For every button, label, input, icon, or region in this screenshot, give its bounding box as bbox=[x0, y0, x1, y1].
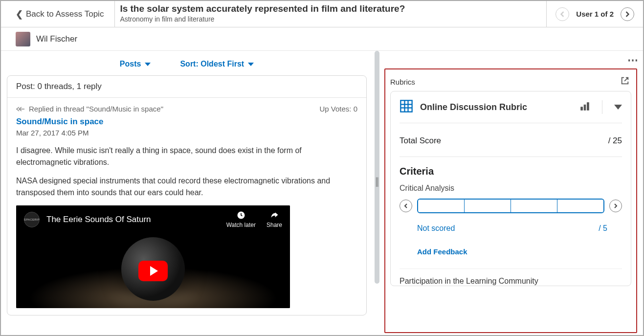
popout-icon bbox=[621, 76, 629, 85]
user-name: Wil Fischer bbox=[36, 34, 77, 44]
score-selector-row bbox=[400, 199, 622, 213]
criterion-score-line: Not scored / 5 bbox=[400, 224, 622, 233]
divider bbox=[602, 100, 602, 114]
user-row: Wil Fischer bbox=[1, 27, 643, 51]
rubric-card: Online Discussion Rubric Total Score / 2… bbox=[390, 91, 631, 286]
sort-label: Sort: Oldest First bbox=[180, 60, 244, 68]
split-layout: Posts Sort: Oldest First Post: 0 threads… bbox=[1, 51, 643, 335]
prev-level-button[interactable] bbox=[400, 200, 412, 212]
post-paragraph: I disagree. While music isn't really a t… bbox=[16, 145, 357, 168]
rubrics-panel: Rubrics Online Discussion Rubric bbox=[384, 68, 637, 333]
total-score-value: / 25 bbox=[608, 136, 622, 146]
chevron-down-icon bbox=[145, 63, 151, 66]
embedded-video[interactable]: SPACERIP The Eerie Sounds Of Saturn Watc… bbox=[16, 205, 290, 308]
topic-subtitle: Astronomy in film and literature bbox=[120, 15, 541, 23]
not-scored-label[interactable]: Not scored bbox=[417, 224, 455, 233]
rubric-grid-icon bbox=[400, 99, 413, 115]
share-button[interactable]: Share bbox=[266, 210, 282, 228]
play-button[interactable] bbox=[138, 261, 168, 281]
watch-later-button[interactable]: Watch later bbox=[226, 210, 256, 228]
clock-icon bbox=[236, 210, 246, 220]
share-icon bbox=[269, 210, 279, 220]
posts-filter-dropdown[interactable]: Posts bbox=[120, 60, 151, 68]
posts-filter-label: Posts bbox=[120, 60, 141, 68]
user-nav-label: User 1 of 2 bbox=[576, 10, 614, 18]
drag-handle-icon: ║ bbox=[373, 173, 381, 191]
post-body: Replied in thread "Sound/Music in space"… bbox=[7, 98, 366, 315]
svg-rect-1 bbox=[400, 100, 412, 112]
reply-thread-indicator: Replied in thread "Sound/Music in space" bbox=[16, 105, 163, 113]
reply-icon bbox=[16, 106, 26, 112]
chevron-left-icon: ❮ bbox=[16, 9, 23, 20]
collapse-toggle[interactable] bbox=[614, 105, 622, 110]
svg-rect-7 bbox=[584, 105, 586, 110]
thread-title-link[interactable]: Sound/Music in space bbox=[16, 117, 104, 127]
next-level-button[interactable] bbox=[609, 200, 622, 212]
posts-pane: Posts Sort: Oldest First Post: 0 threads… bbox=[1, 51, 373, 335]
total-score-row: Total Score / 25 bbox=[400, 123, 622, 157]
chevron-right-icon bbox=[624, 11, 630, 17]
post-summary: Post: 0 threads, 1 reply bbox=[7, 76, 366, 98]
upvote-count: Up Votes: 0 bbox=[319, 105, 357, 113]
page-header: ❮ Back to Assess Topic Is the solar syst… bbox=[1, 1, 643, 27]
pane-divider[interactable]: ║ bbox=[373, 51, 381, 335]
statistics-button[interactable] bbox=[579, 101, 590, 113]
post-card: Post: 0 threads, 1 reply Replied in thre… bbox=[7, 75, 367, 315]
back-label: Back to Assess Topic bbox=[26, 9, 104, 19]
post-date: Mar 27, 2017 4:05 PM bbox=[16, 129, 357, 137]
post-paragraph: NASA designed special instruments that c… bbox=[16, 175, 357, 199]
rubrics-section-label: Rubrics bbox=[390, 78, 415, 86]
topic-title: Is the solar system accurately represent… bbox=[120, 3, 541, 14]
avatar bbox=[16, 32, 30, 46]
score-level[interactable] bbox=[511, 200, 557, 212]
score-level-selector bbox=[417, 199, 604, 213]
chevron-down-icon bbox=[248, 63, 254, 66]
criterion-out-of: / 5 bbox=[599, 224, 607, 233]
reply-thread-text: Replied in thread "Sound/Music in space" bbox=[29, 105, 163, 113]
channel-logo: SPACERIP bbox=[24, 212, 40, 227]
criteria-heading: Criteria bbox=[400, 157, 622, 184]
popout-button[interactable] bbox=[621, 76, 629, 87]
sort-dropdown[interactable]: Sort: Oldest First bbox=[180, 60, 254, 68]
criterion-label: Critical Analysis bbox=[400, 184, 622, 193]
chevron-right-icon bbox=[613, 203, 618, 208]
criterion-label: Participation in the Learning Community bbox=[400, 269, 622, 286]
next-user-button[interactable] bbox=[621, 7, 634, 21]
assessment-pane: ⋯ Rubrics Online Discussion Rubric bbox=[381, 51, 643, 335]
bar-chart-icon bbox=[579, 101, 590, 112]
topic-block: Is the solar system accurately represent… bbox=[114, 1, 546, 27]
user-pagination: User 1 of 2 bbox=[546, 1, 643, 27]
video-title: The Eerie Sounds Of Saturn bbox=[46, 215, 151, 224]
svg-rect-8 bbox=[587, 103, 589, 111]
chevron-left-icon bbox=[403, 203, 408, 208]
rubric-title: Online Discussion Rubric bbox=[420, 102, 573, 112]
filter-bar: Posts Sort: Oldest First bbox=[5, 51, 369, 75]
back-to-assess-topic-link[interactable]: ❮ Back to Assess Topic bbox=[1, 1, 114, 27]
score-level[interactable] bbox=[465, 200, 511, 212]
prev-user-button[interactable] bbox=[555, 7, 569, 21]
chevron-left-icon bbox=[559, 11, 565, 17]
svg-rect-6 bbox=[581, 107, 583, 110]
add-feedback-button[interactable]: Add Feedback bbox=[400, 245, 622, 269]
more-actions-button[interactable]: ⋯ bbox=[627, 54, 639, 67]
total-score-label: Total Score bbox=[400, 136, 441, 146]
score-level[interactable] bbox=[557, 200, 603, 212]
score-level[interactable] bbox=[418, 200, 465, 212]
